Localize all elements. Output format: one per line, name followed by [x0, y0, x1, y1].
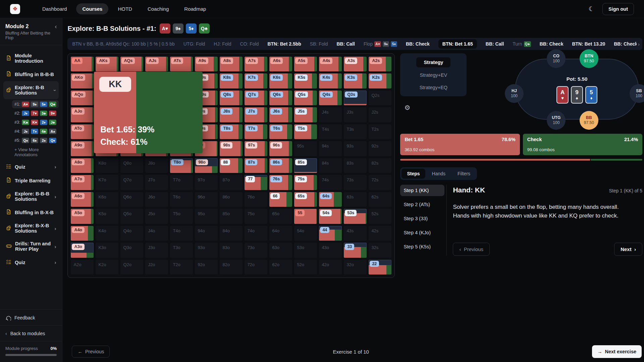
nav-item-courses[interactable]: Courses: [76, 3, 108, 14]
step-item-step-1-kk-[interactable]: Step 1 (KK): [400, 185, 444, 196]
matrix-cell-95s[interactable]: 95s: [294, 141, 317, 156]
matrix-cell-92s[interactable]: 92s: [369, 141, 391, 156]
matrix-cell-AA[interactable]: AA: [71, 57, 94, 71]
matrix-cell-82o[interactable]: 82o: [220, 260, 243, 275]
sidebar-item-explore-b-x-b-solutions[interactable]: Explore: B-X-B Solutions›: [3, 219, 59, 237]
matrix-cell-K4o[interactable]: K4o: [96, 226, 118, 241]
matrix-cell-K7s[interactable]: K7s: [245, 73, 267, 88]
matrix-cell-A9o[interactable]: A9o: [71, 141, 94, 156]
action-hj-fold[interactable]: HJ: Fold: [214, 41, 231, 47]
matrix-cell-A6s[interactable]: A6s: [269, 57, 292, 71]
matrix-cell-AKo[interactable]: AKo: [71, 73, 94, 88]
matrix-cell-A5o[interactable]: A5o: [71, 209, 94, 224]
matrix-cell-A5s[interactable]: A5s: [294, 57, 317, 71]
matrix-cell-K3s[interactable]: K3s: [344, 73, 367, 88]
action-btn-bet-1.65[interactable]: BTN: Bet 1.65: [438, 39, 477, 49]
matrix-cell-22[interactable]: 22: [369, 260, 391, 275]
matrix-cell-K8o[interactable]: K8o: [96, 158, 118, 173]
matrix-cell-K6s[interactable]: K6s: [269, 73, 292, 88]
matrix-cell-83o[interactable]: 83o: [220, 243, 243, 257]
sidebar-item-bluffing-in-b-b-b[interactable]: Bluffing in B-B-B: [3, 67, 59, 81]
settings-gear-icon[interactable]: ⚙: [404, 104, 467, 112]
matrix-cell-AJs[interactable]: AJs: [145, 57, 168, 71]
matrix-cell-76s[interactable]: 76s: [269, 175, 292, 190]
matrix-cell-53o[interactable]: 53o: [294, 243, 317, 257]
matrix-cell-A2s[interactable]: A2s: [369, 57, 391, 71]
sidebar-item-explore-b-b-b-solutions[interactable]: Explore: B-B-B Solutions›: [3, 187, 59, 205]
nav-item-coaching[interactable]: Coaching: [142, 3, 175, 14]
matrix-cell-93o[interactable]: 93o: [195, 243, 218, 257]
matrix-cell-43s[interactable]: 43s: [344, 226, 367, 241]
frequency-card-check[interactable]: Check21.4%99.08 combos: [523, 134, 642, 155]
action-btn-bet-2.5bb[interactable]: BTN: Bet 2.5bb: [267, 41, 301, 47]
matrix-cell-82s[interactable]: 82s: [369, 158, 391, 173]
matrix-cell-J8o[interactable]: J8o: [145, 158, 168, 173]
matrix-cell-52o[interactable]: 52o: [294, 260, 317, 275]
matrix-cell-93s[interactable]: 93s: [344, 141, 367, 156]
sidebar-item-quiz[interactable]: Quiz›: [3, 160, 59, 174]
matrix-cell-J6s[interactable]: J6s: [269, 107, 292, 122]
step-next-button[interactable]: Next ›: [614, 243, 642, 256]
matrix-cell-87s[interactable]: 87s: [245, 158, 267, 173]
matrix-cell-64o[interactable]: 64o: [269, 226, 292, 241]
feedback-button[interactable]: Feedback: [0, 309, 62, 325]
matrix-cell-T8s[interactable]: T8s: [220, 124, 243, 139]
matrix-cell-63s[interactable]: 63s: [344, 192, 367, 207]
matrix-cell-32o[interactable]: 32o: [344, 260, 367, 275]
action-bb-call[interactable]: BB: Call: [336, 41, 355, 47]
tab-hands[interactable]: Hands: [427, 169, 451, 179]
matrix-cell-A7s[interactable]: A7s: [245, 57, 267, 71]
matrix-cell-T3s[interactable]: T3s: [344, 124, 367, 139]
step-item-step-4-kjo-[interactable]: Step 4 (KJo): [400, 227, 444, 238]
matrix-cell-T6o[interactable]: T6o: [170, 192, 193, 207]
matrix-cell-T5s[interactable]: T5s: [294, 124, 317, 139]
step-item-step-2-ats-[interactable]: Step 2 (ATs): [400, 199, 444, 210]
tab-filters[interactable]: Filters: [452, 169, 476, 179]
matrix-cell-84o[interactable]: 84o: [220, 226, 243, 241]
action-turn[interactable]: TurnQ♣: [513, 41, 531, 47]
matrix-cell-J8s[interactable]: J8s: [220, 107, 243, 122]
sidebar-item-drills-turn-and-river-play[interactable]: Drills: Turn and River Play›: [3, 237, 59, 255]
matrix-cell-T4o[interactable]: T4o: [170, 226, 193, 241]
matrix-cell-65o[interactable]: 65o: [269, 209, 292, 224]
frequency-card-bet[interactable]: Bet 1.6578.6%363.92 combos: [400, 134, 520, 155]
matrix-cell-J7o[interactable]: J7o: [145, 175, 168, 190]
matrix-cell-J7s[interactable]: J7s: [245, 107, 267, 122]
matrix-cell-32s[interactable]: 32s: [369, 243, 391, 257]
matrix-cell-73s[interactable]: 73s: [344, 175, 367, 190]
action-co-fold[interactable]: CO: Fold: [240, 41, 259, 47]
matrix-cell-96s[interactable]: 96s: [269, 141, 292, 156]
matrix-cell-84s[interactable]: 84s: [319, 158, 342, 173]
matrix-cell-A9s[interactable]: A9s: [195, 57, 218, 71]
matrix-cell-85s[interactable]: 85s: [294, 158, 317, 173]
matrix-cell-A2o[interactable]: A2o: [71, 260, 94, 275]
matrix-cell-33[interactable]: 33: [344, 243, 367, 257]
matrix-cell-52s[interactable]: 52s: [369, 209, 391, 224]
matrix-cell-94o[interactable]: 94o: [195, 226, 218, 241]
matrix-cell-J2o[interactable]: J2o: [145, 260, 168, 275]
sidebar-item-triple-barreling[interactable]: Triple Barreling: [3, 174, 59, 187]
matrix-cell-J5o[interactable]: J5o: [145, 209, 168, 224]
nav-item-dashboard[interactable]: Dashboard: [36, 3, 73, 14]
strategy-option-strategy-ev[interactable]: Strategy+EV: [415, 70, 452, 80]
annotation-item-5[interactable]: #5:Q♠6♠2♠Q♦: [12, 136, 59, 144]
matrix-cell-94s[interactable]: 94s: [319, 141, 342, 156]
matrix-cell-66[interactable]: 66: [269, 192, 292, 207]
step-previous-button[interactable]: ‹ Previous: [453, 243, 490, 256]
matrix-cell-62s[interactable]: 62s: [369, 192, 391, 207]
back-to-modules-button[interactable]: ‹ Back to modules: [0, 325, 62, 341]
action-utg-fold[interactable]: UTG: Fold: [183, 41, 205, 47]
matrix-cell-J6o[interactable]: J6o: [145, 192, 168, 207]
matrix-cell-55[interactable]: 55: [294, 209, 317, 224]
matrix-cell-A8s[interactable]: A8s: [220, 57, 243, 71]
strategy-option-strategy[interactable]: Strategy: [416, 57, 450, 67]
annotation-item-4[interactable]: #4:J♠T♦4♣A♠: [12, 127, 59, 135]
matrix-cell-A7o[interactable]: A7o: [71, 175, 94, 190]
sign-out-button[interactable]: Sign out: [602, 3, 634, 15]
matrix-cell-A4o[interactable]: A4o: [71, 226, 94, 241]
matrix-cell-AKs[interactable]: AKs: [96, 57, 118, 71]
sidebar-item-explore-b-b-solutions[interactable]: Explore: B-B Solutions›: [3, 81, 59, 99]
step-item-step-3-33-[interactable]: Step 3 (33): [400, 213, 444, 224]
matrix-cell-T7o[interactable]: T7o: [170, 175, 193, 190]
matrix-cell-85o[interactable]: 85o: [220, 209, 243, 224]
